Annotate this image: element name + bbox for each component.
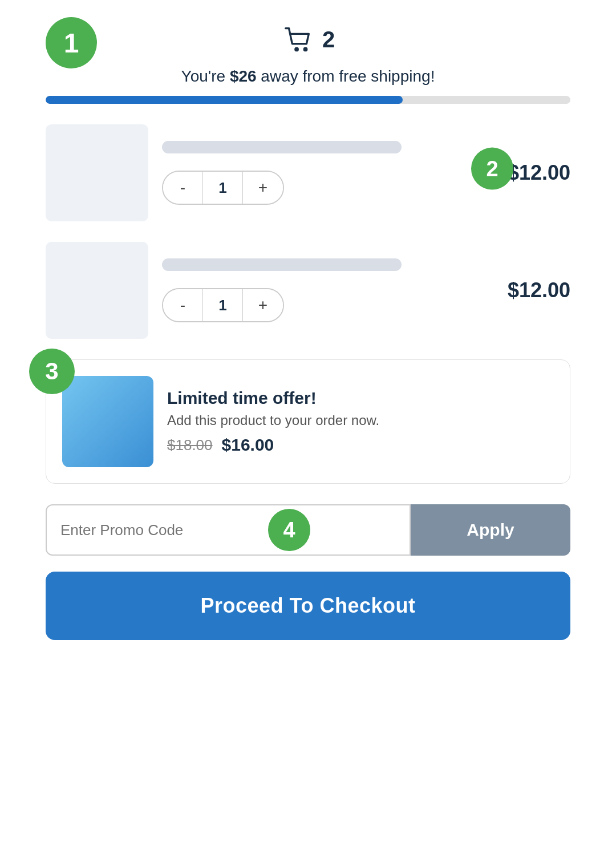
cart-page: 1 2 You're $26 away from free shipping! … [46, 23, 570, 640]
step-3-badge: 3 [29, 349, 75, 394]
step-4-badge: 4 [268, 509, 310, 551]
item-2-details: - 1 + [162, 258, 494, 322]
upsell-original-price: $18.00 [167, 436, 213, 454]
cart-item-2: - 1 + $12.00 [46, 242, 570, 339]
svg-point-1 [303, 47, 308, 52]
item-1-name-placeholder [162, 141, 402, 153]
item-1-details: - 1 + [162, 141, 494, 205]
upsell-prices: $18.00 $16.00 [167, 435, 554, 455]
upsell-product-image [62, 376, 153, 467]
upsell-title: Limited time offer! [167, 388, 554, 408]
item-1-quantity: 1 [203, 172, 243, 204]
item-2-increase-button[interactable]: + [243, 289, 283, 321]
item-2-image [46, 242, 148, 339]
progress-bar-track [46, 96, 570, 104]
cart-icon [281, 23, 314, 56]
item-2-controls: - 1 + [162, 288, 494, 322]
checkout-button[interactable]: Proceed To Checkout [46, 572, 570, 640]
item-2-quantity: 1 [203, 289, 243, 321]
item-1-image [46, 124, 148, 221]
step-1-badge: 1 [46, 17, 97, 68]
upsell-description: Add this product to your order now. [167, 412, 554, 428]
upsell-text: Limited time offer! Add this product to … [167, 388, 554, 455]
promo-row: 4 Apply [46, 504, 570, 556]
shipping-amount: $26 [230, 67, 257, 85]
item-1-controls: - 1 + [162, 171, 494, 205]
cart-item-count: 2 [322, 27, 335, 52]
progress-bar-fill [46, 96, 403, 104]
item-1-increase-button[interactable]: + [243, 172, 283, 204]
cart-item-1: - 1 + 2 $12.00 [46, 124, 570, 221]
item-2-name-placeholder [162, 258, 402, 271]
step-2-badge: 2 [471, 148, 513, 190]
upsell-card: 3 Limited time offer! Add this product t… [46, 359, 570, 484]
cart-header: 1 2 [46, 23, 570, 56]
item-2-decrease-button[interactable]: - [163, 289, 203, 321]
cart-summary: 2 [281, 23, 335, 56]
item-2-price: $12.00 [508, 278, 570, 302]
promo-code-input[interactable] [46, 504, 411, 556]
item-2-qty-control: - 1 + [162, 288, 284, 322]
item-1-price: $12.00 [508, 161, 570, 185]
item-1-decrease-button[interactable]: - [163, 172, 203, 204]
shipping-message: You're $26 away from free shipping! [46, 67, 570, 86]
upsell-sale-price: $16.00 [222, 435, 274, 455]
shipping-suffix: away from free shipping! [257, 67, 435, 85]
shipping-prefix: You're [181, 67, 230, 85]
item-1-qty-control: - 1 + [162, 171, 284, 205]
apply-promo-button[interactable]: Apply [411, 504, 570, 556]
svg-point-0 [294, 47, 299, 52]
